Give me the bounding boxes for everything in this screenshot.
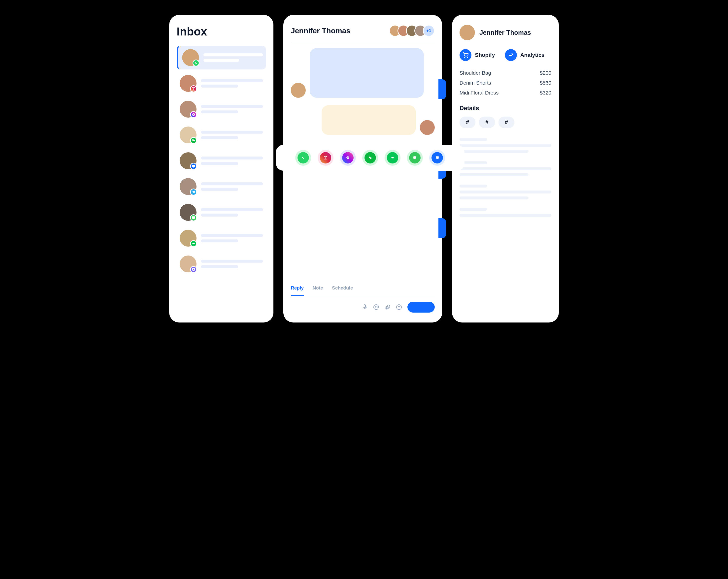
inbox-item[interactable] [177,226,266,250]
send-button[interactable] [408,302,435,313]
svg-point-1 [193,88,194,89]
channel-whatsapp[interactable] [295,150,311,166]
inbox-item[interactable] [177,97,266,121]
channel-sms[interactable] [429,150,445,166]
composer-actions [291,302,435,313]
inbox-item[interactable] [177,201,266,224]
preview-lines [201,234,263,242]
imessage-icon [409,152,421,163]
svg-point-19 [467,57,468,57]
contact-avatar [460,25,475,40]
svg-point-8 [325,157,326,159]
inbox-item[interactable] [177,252,266,276]
purchase-row: Denim Shorts$560 [460,80,551,86]
svg-point-17 [399,306,400,307]
composer-tabs: Reply Note Schedule [291,285,435,296]
inbox-title: Inbox [177,25,266,38]
wechat-icon [190,137,197,144]
svg-rect-13 [364,305,365,308]
whatsapp-icon [192,59,200,67]
svg-point-4 [193,140,195,141]
participant-avatars[interactable]: +1 [393,25,435,37]
preview-lines [201,182,263,191]
channel-messenger[interactable] [340,150,356,166]
channel-instagram[interactable] [318,150,334,166]
svg-point-11 [370,157,371,159]
svg-point-6 [193,269,194,270]
microphone-icon[interactable] [362,304,368,310]
sms-icon [432,152,443,163]
purchase-price: $560 [540,80,551,86]
participant-more[interactable]: +1 [423,25,435,37]
line-icon [387,152,398,163]
section-title-details: Details [460,105,551,112]
tag-pill[interactable]: # [460,116,475,128]
chat-contact-name: Jennifer Thomas [291,27,350,35]
message-avatar [291,83,306,98]
inbox-item[interactable] [177,175,266,199]
whatsapp-icon [297,152,309,163]
purchase-item: Denim Shorts [460,80,491,86]
preview-lines [201,208,263,216]
detail-placeholder-block [460,138,551,153]
emoji-icon[interactable] [396,304,402,310]
analytics-icon [505,49,517,61]
svg-point-14 [375,306,377,308]
purchase-row: Shoulder Bag$200 [460,70,551,76]
inbox-list [177,46,266,276]
integration-analytics[interactable]: Analytics [505,49,545,61]
tag-pill[interactable]: # [479,116,495,128]
imessage-icon [190,214,197,221]
line-icon [190,240,197,247]
inbox-item[interactable] [177,72,266,95]
detail-placeholder-block [460,185,551,200]
purchase-item: Midi Floral Dress [460,90,499,96]
message-avatar [420,120,435,135]
channel-selector-row [276,145,465,171]
tab-schedule[interactable]: Schedule [332,285,353,292]
avatar-wrap [180,101,197,117]
message-bubble [321,105,416,135]
svg-rect-5 [192,243,194,244]
preview-lines [201,131,263,139]
integration-shopify[interactable]: Shopify [460,49,495,61]
channel-imessage[interactable] [407,150,423,166]
channel-line[interactable] [385,150,400,166]
integration-label: Analytics [520,52,545,58]
messenger-icon [342,152,354,163]
tab-reply[interactable]: Reply [291,285,304,296]
sms-icon [190,163,197,170]
inbox-item[interactable] [177,46,266,70]
message-row-incoming [291,48,435,98]
preview-lines [201,260,263,268]
channel-wechat[interactable] [362,150,378,166]
attachment-icon[interactable] [385,304,391,310]
inbox-item[interactable] [177,149,266,173]
chat-header: Jennifer Thomas +1 [291,25,435,43]
details-panel: Jennifer Thomas Shopify Analytics Should… [452,15,559,322]
contact-name: Jennifer Thomas [479,29,531,36]
svg-point-2 [194,88,194,88]
preview-lines [201,79,263,87]
mention-icon[interactable] [373,304,379,310]
purchase-list: Shoulder Bag$200Denim Shorts$560Midi Flo… [460,70,551,96]
inbox-item[interactable] [177,123,266,147]
tags-row: ### [460,116,551,128]
purchase-item: Shoulder Bag [460,70,491,76]
svg-point-18 [465,57,465,57]
tag-pill[interactable]: # [498,116,514,128]
inbox-panel: Inbox [169,15,274,322]
preview-lines [201,105,263,113]
avatar-wrap [180,75,197,92]
details-header: Jennifer Thomas [460,25,551,40]
integrations-row: Shopify Analytics [460,49,551,61]
tab-note[interactable]: Note [313,285,323,292]
decoration-tab [438,218,446,238]
detail-placeholder-block [460,161,551,176]
purchase-price: $320 [540,90,551,96]
decoration-tab [438,79,446,99]
avatar-wrap [182,49,199,66]
svg-point-9 [326,157,327,157]
instagram-icon [320,152,331,163]
instagram-icon [190,85,197,92]
